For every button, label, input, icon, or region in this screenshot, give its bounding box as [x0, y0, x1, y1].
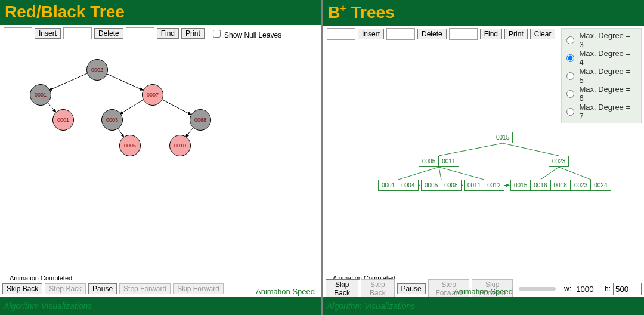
svg-line-2 [47, 102, 55, 112]
bp-pause-button[interactable]: Pause [397, 283, 426, 294]
svg-line-3 [120, 100, 143, 114]
bp-delete-button[interactable]: Delete [417, 29, 447, 39]
bp-skip-back-button[interactable]: Skip Back [326, 279, 358, 298]
degree-radio-4[interactable] [566, 54, 574, 62]
svg-line-13 [559, 167, 591, 180]
rb-step-back-button[interactable]: Step Back [45, 283, 86, 294]
rb-find-input[interactable] [126, 27, 154, 39]
svg-line-5 [117, 128, 124, 137]
rb-skip-fwd-button[interactable]: Skip Forward [173, 283, 224, 294]
svg-line-7 [439, 143, 503, 156]
degree-option-6[interactable]: Max. Degree = 6 [566, 85, 636, 103]
bp-title: B+ Trees [323, 0, 644, 26]
rb-speed-label: Animation Speed [256, 287, 315, 296]
rb-delete-input[interactable] [63, 27, 92, 39]
bp-find-input[interactable] [449, 28, 478, 40]
bp-print-button[interactable]: Print [504, 29, 528, 39]
svg-line-0 [49, 73, 88, 90]
rb-node-0003: 0003 [101, 109, 123, 131]
rb-node-0010: 0010 [169, 135, 191, 156]
degree-radio-7[interactable] [566, 108, 574, 116]
bp-leaf-4: 00230024 [571, 180, 611, 191]
svg-line-8 [503, 143, 559, 156]
bp-internal-0: 00050011 [419, 156, 459, 167]
rb-skip-back-button[interactable]: Skip Back [2, 283, 42, 294]
bp-leaf-2: 00110012 [464, 180, 504, 191]
rb-insert-input[interactable] [4, 27, 32, 39]
svg-line-9 [398, 167, 439, 180]
bp-insert-button[interactable]: Insert [358, 29, 384, 39]
degree-radio-6[interactable] [566, 90, 574, 98]
rb-node-0001: 0001 [30, 84, 51, 106]
bp-w-label: w: [564, 285, 571, 293]
svg-line-1 [106, 73, 143, 90]
bp-step-back-button[interactable]: Step Back [361, 279, 394, 298]
bp-leaf-3: 001500160018 [510, 180, 571, 191]
bp-leaf-1: 00050008 [421, 180, 462, 191]
bp-delete-input[interactable] [386, 28, 415, 40]
bp-h-label: h: [605, 285, 611, 293]
rb-node-0002: 0002 [86, 59, 108, 81]
bp-speed-label: Animation Speed [454, 287, 513, 296]
rb-insert-button[interactable]: Insert [35, 28, 61, 39]
bp-degree-options: Max. Degree = 3Max. Degree = 4Max. Degre… [561, 28, 642, 123]
bp-panel: B+ Trees Insert Delete Find Print Clear … [323, 0, 644, 315]
bp-clear-button[interactable]: Clear [530, 29, 556, 39]
degree-radio-3[interactable] [566, 36, 574, 44]
rb-find-button[interactable]: Find [157, 28, 179, 39]
rb-title: Red/Black Tree [0, 0, 321, 25]
degree-option-7[interactable]: Max. Degree = 7 [566, 103, 636, 121]
rb-control-bar: Insert Delete Find Print Show Null Leave… [0, 25, 321, 42]
bp-insert-input[interactable] [327, 28, 355, 40]
svg-line-10 [439, 167, 441, 180]
rb-step-fwd-button[interactable]: Step Forward [119, 283, 171, 294]
svg-line-11 [439, 167, 484, 180]
rb-delete-button[interactable]: Delete [94, 28, 123, 39]
svg-line-12 [541, 167, 559, 180]
degree-option-5[interactable]: Max. Degree = 5 [566, 67, 636, 85]
rb-node-0001: 0001 [52, 109, 74, 131]
degree-radio-5[interactable] [566, 72, 574, 80]
rb-node-0005: 0005 [119, 135, 141, 156]
rb-pause-button[interactable]: Pause [88, 283, 117, 294]
bp-find-button[interactable]: Find [480, 29, 502, 39]
bp-height-input[interactable] [613, 283, 642, 295]
bp-speed-slider[interactable] [519, 287, 556, 291]
rb-print-button[interactable]: Print [181, 28, 205, 39]
bp-footer: Algorithm Visualizations [323, 297, 644, 315]
rb-node-0007: 0007 [142, 84, 163, 106]
rb-footer: Algorithm Visualizations [0, 297, 321, 315]
bp-leaf-0: 00010004 [378, 180, 419, 191]
bp-root: 0015 [493, 132, 513, 143]
degree-option-3[interactable]: Max. Degree = 3 [566, 31, 636, 49]
bp-internal-1: 0023 [549, 156, 569, 167]
svg-line-6 [186, 127, 194, 137]
rb-show-null-label[interactable]: Show Null Leaves [210, 28, 281, 39]
degree-option-4[interactable]: Max. Degree = 4 [566, 49, 636, 67]
rb-node-0068: 0068 [190, 109, 211, 131]
rb-panel: Red/Black Tree Insert Delete Find Print … [0, 0, 323, 315]
svg-line-4 [161, 99, 191, 115]
bp-control-bar: Insert Delete Find Print Clear [323, 26, 559, 42]
rb-show-null-checkbox[interactable] [213, 30, 221, 38]
bp-width-input[interactable] [574, 283, 602, 295]
